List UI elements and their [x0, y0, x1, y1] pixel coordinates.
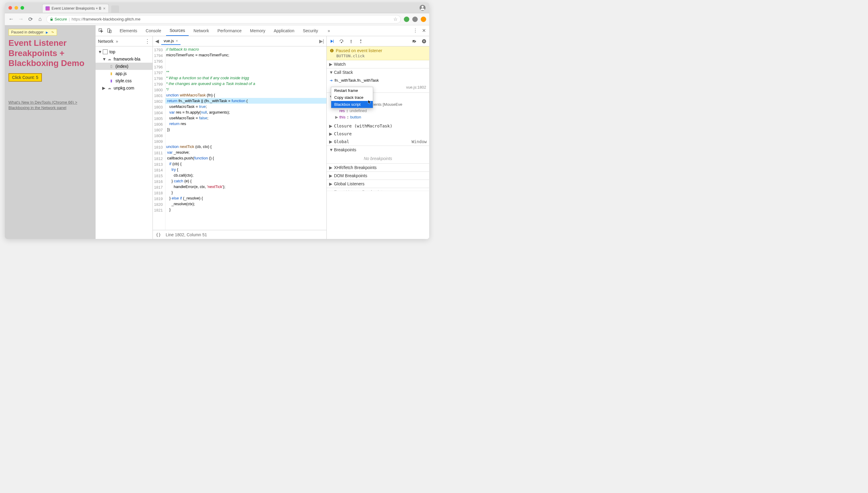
- global-listeners-section[interactable]: ▶Global Listeners: [327, 180, 429, 188]
- breakpoints-section: ▼Breakpoints No breakpoints: [327, 146, 429, 164]
- ctx-blackbox-script[interactable]: Blackbox script: [331, 101, 373, 108]
- tab-sources[interactable]: Sources: [166, 26, 189, 36]
- device-mode-icon[interactable]: [106, 28, 112, 34]
- stack-frame[interactable]: ➔ fn._withTask.fn._withTask: [327, 77, 429, 84]
- resume-button[interactable]: [329, 39, 334, 44]
- tab-console[interactable]: Console: [142, 26, 165, 36]
- close-tab-icon[interactable]: ×: [176, 39, 178, 43]
- tree-file-appjs[interactable]: ▮ app.js: [95, 70, 152, 77]
- css-file-icon: ▮: [109, 78, 114, 83]
- devtools-tabbar: Elements Console Sources Network Perform…: [95, 25, 429, 36]
- lock-icon: [50, 18, 53, 21]
- run-snippet-icon[interactable]: ▶|: [319, 38, 324, 44]
- bookmark-star-icon[interactable]: ☆: [393, 16, 397, 22]
- cloud-icon: ☁: [107, 57, 112, 62]
- click-count-button[interactable]: Click Count: 5: [8, 73, 42, 82]
- tab-close-button[interactable]: ×: [103, 6, 106, 11]
- tab-elements[interactable]: Elements: [116, 26, 141, 36]
- maximize-window-button[interactable]: [21, 6, 24, 9]
- code-tab-vuejs[interactable]: vue.js ×: [161, 37, 180, 45]
- svg-point-9: [422, 39, 426, 43]
- pause-banner: Paused on event listener BUTTON.click: [327, 46, 429, 60]
- tree-top[interactable]: ▼ top: [95, 48, 152, 56]
- browser-tabs: Event Listener Breakpoints + B ×: [42, 3, 119, 13]
- nav-back-icon[interactable]: ◀: [155, 38, 159, 44]
- close-window-button[interactable]: [8, 6, 12, 9]
- pause-exceptions-button[interactable]: [421, 39, 427, 44]
- tree-file-index[interactable]: ▯ (index): [95, 63, 152, 70]
- sources-body: Network » ⋮ ▼ top ▼☁ framework-bla: [95, 36, 429, 239]
- devtools: Elements Console Sources Network Perform…: [95, 25, 429, 239]
- document-icon: ▯: [109, 64, 114, 69]
- scope-closure1[interactable]: ▶Closure (withMacroTask): [327, 122, 429, 130]
- resume-icon[interactable]: ▶: [45, 30, 49, 34]
- scope-closure2[interactable]: ▶Closure: [327, 130, 429, 138]
- ctx-restart-frame[interactable]: Restart frame: [331, 87, 373, 94]
- traffic-lights: [8, 6, 24, 9]
- editor-statusbar: {} Line 1802, Column 51: [153, 230, 326, 239]
- tree-domain[interactable]: ▼☁ framework-bla: [95, 56, 152, 63]
- xhr-breakpoints-section[interactable]: ▶XHR/fetch Breakpoints: [327, 164, 429, 172]
- navigator-tab-network[interactable]: Network: [98, 39, 113, 44]
- info-icon: [330, 48, 334, 53]
- pretty-print-icon[interactable]: {}: [156, 232, 161, 237]
- titlebar: Event Listener Breakpoints + B ×: [5, 2, 429, 13]
- secure-indicator: Secure: [50, 17, 67, 21]
- url-field[interactable]: Secure | https://framework-blackboxing.g…: [46, 15, 401, 23]
- ctx-copy-stack-trace[interactable]: Copy stack trace: [331, 94, 373, 101]
- code-lines: // fallback to macro microTimerFunc = ma…: [166, 46, 326, 230]
- back-button[interactable]: ←: [8, 16, 15, 23]
- svg-rect-11: [425, 40, 425, 42]
- tab-memory[interactable]: Memory: [246, 26, 269, 36]
- tab-title: Event Listener Breakpoints + B: [51, 6, 101, 10]
- navigator-menu-icon[interactable]: ⋮: [145, 38, 150, 45]
- extension-icon[interactable]: [421, 17, 426, 22]
- page-title: Event Listener Breakpoints + Blackboxing…: [8, 38, 92, 68]
- reload-button[interactable]: ⟳: [27, 16, 34, 23]
- browser-window: Event Listener Breakpoints + B × ← → ⟳ ⌂…: [5, 2, 429, 239]
- user-avatar[interactable]: [419, 5, 426, 11]
- footer-link[interactable]: What's New In DevTools (Chrome 66) > Bla…: [8, 100, 92, 111]
- extension-icons: [404, 17, 426, 22]
- step-out-button[interactable]: [358, 39, 364, 44]
- step-over-button[interactable]: [339, 39, 344, 44]
- extension-icon[interactable]: [412, 17, 418, 22]
- scope-this[interactable]: ▶this: button: [327, 114, 429, 120]
- svg-point-6: [351, 42, 352, 43]
- inspect-element-icon[interactable]: [98, 28, 104, 34]
- paused-badge: Paused in debugger ▶ ↷: [8, 29, 57, 36]
- tab-network[interactable]: Network: [190, 26, 213, 36]
- event-listener-breakpoints-section[interactable]: ▶Event Listener Breakpoints: [327, 188, 429, 191]
- tabs-overflow-icon[interactable]: »: [324, 26, 334, 36]
- watch-section[interactable]: ▶Watch: [327, 60, 429, 68]
- minimize-window-button[interactable]: [15, 6, 18, 9]
- tab-application[interactable]: Application: [270, 26, 298, 36]
- browser-tab[interactable]: Event Listener Breakpoints + B ×: [42, 4, 109, 13]
- line-gutter: 17931794179517961797 1798179918001801180…: [153, 46, 166, 230]
- new-tab-button[interactable]: [111, 5, 119, 13]
- step-into-button[interactable]: [348, 39, 354, 44]
- svg-point-5: [341, 42, 342, 43]
- cursor-position: Line 1802, Column 51: [166, 232, 207, 237]
- svg-point-14: [331, 49, 332, 50]
- svg-rect-13: [331, 50, 332, 52]
- extension-icon[interactable]: [404, 17, 409, 22]
- dom-breakpoints-section[interactable]: ▶DOM Breakpoints: [327, 172, 429, 180]
- navigator-overflow-icon[interactable]: »: [116, 39, 118, 44]
- favicon: [45, 6, 50, 10]
- devtools-menu-icon[interactable]: ⋮: [412, 28, 418, 34]
- home-button[interactable]: ⌂: [37, 16, 43, 23]
- forward-button[interactable]: →: [18, 16, 24, 23]
- step-icon[interactable]: ↷: [51, 30, 54, 34]
- deactivate-breakpoints-button[interactable]: [412, 39, 417, 44]
- tree-domain-unpkg[interactable]: ▶☁ unpkg.com: [95, 84, 152, 92]
- devtools-close-icon[interactable]: ✕: [421, 28, 427, 34]
- tree-file-stylecss[interactable]: ▮ style.css: [95, 77, 152, 84]
- svg-point-0: [421, 6, 424, 8]
- code-editor[interactable]: 17931794179517961797 1798179918001801180…: [153, 46, 326, 230]
- tab-security[interactable]: Security: [299, 26, 322, 36]
- code-tabs: ◀ vue.js × ▶|: [153, 36, 326, 46]
- tab-performance[interactable]: Performance: [214, 26, 245, 36]
- file-tree: ▼ top ▼☁ framework-bla ▯ (index) ▮: [95, 46, 152, 93]
- scope-global[interactable]: ▶GlobalWindow: [327, 138, 429, 146]
